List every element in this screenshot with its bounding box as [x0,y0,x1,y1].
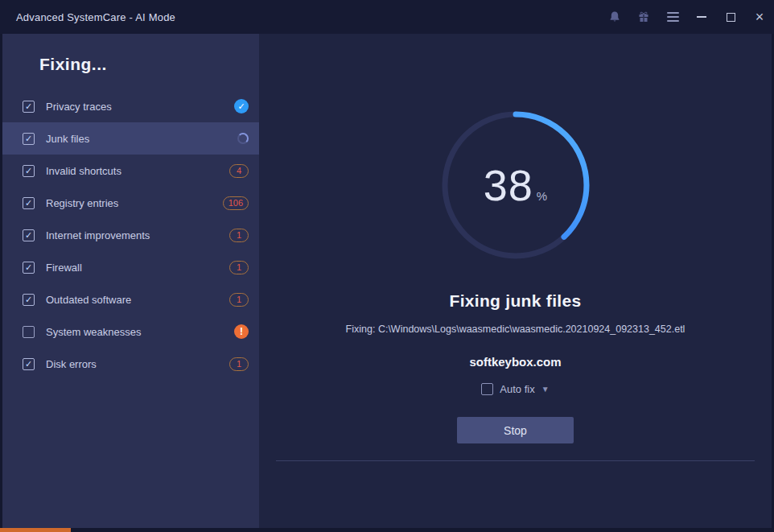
task-checkbox[interactable]: ✓ [23,262,35,274]
auto-fix-toggle[interactable]: Auto fix ▼ [481,383,549,395]
minimize-glyph [697,16,706,18]
sidebar-item-label: Registry entries [46,197,118,209]
notification-bell-icon[interactable] [600,0,629,34]
site-label: softkeybox.com [469,355,561,369]
warning-icon: ! [234,324,249,339]
main-panel: 38 % Fixing junk files Fixing: C:\Window… [259,34,772,528]
sidebar-task-list: ✓Privacy traces✓✓Junk files✓Invalid shor… [2,90,259,380]
maximize-icon[interactable] [716,0,745,34]
count-badge: 1 [229,357,249,371]
chevron-down-icon[interactable]: ▼ [541,385,550,394]
status-detail-path: Fixing: C:\Windows\Logs\waasmedic\waasme… [346,324,685,335]
auto-fix-label: Auto fix [500,383,534,395]
titlebar-controls: × [600,0,774,34]
sidebar-item-invalid-shortcuts[interactable]: ✓Invalid shortcuts4 [2,155,259,187]
sidebar-item-label: Junk files [46,133,89,145]
sidebar-item-label: Outdated software [46,294,131,306]
titlebar: Advanced SystemCare - AI Mode × [0,0,774,34]
sidebar-item-disk-errors[interactable]: ✓Disk errors1 [2,348,259,380]
sidebar-item-internet-improvements[interactable]: ✓Internet improvements1 [2,219,259,251]
progress-readout: 38 % [438,108,593,262]
count-badge: 1 [229,229,249,242]
window-title: Advanced SystemCare - AI Mode [16,11,175,23]
sidebar-item-junk-files[interactable]: ✓Junk files [2,122,259,155]
sidebar-item-label: Privacy traces [46,101,112,113]
sidebar-item-label: Firewall [46,262,82,274]
done-check-icon: ✓ [234,99,249,113]
count-badge: 106 [223,196,249,210]
menu-icon[interactable] [658,0,687,34]
count-badge: 1 [229,293,249,307]
percent-sign: % [537,189,547,203]
status-title: Fixing junk files [450,291,582,311]
maximize-glyph [727,13,735,22]
task-checkbox[interactable]: ✓ [23,358,35,370]
minimize-icon[interactable] [687,0,716,34]
task-checkbox[interactable]: ✓ [23,101,35,113]
task-checkbox[interactable] [23,326,35,338]
footer-strip [0,528,774,532]
close-glyph: × [755,10,764,24]
progress-percent-value: 38 [484,160,533,210]
count-badge: 1 [229,261,249,274]
content-area: Fixing... ✓Privacy traces✓✓Junk files✓In… [0,34,774,528]
divider [276,460,755,461]
footer-progress-bar [0,528,71,532]
task-checkbox[interactable]: ✓ [23,165,35,177]
sidebar-item-label: Invalid shortcuts [46,165,121,177]
sidebar-item-label: System weaknesses [46,326,142,338]
sidebar-item-system-weaknesses[interactable]: System weaknesses! [2,315,259,348]
sidebar-item-privacy-traces[interactable]: ✓Privacy traces✓ [2,90,259,122]
spinner-icon [237,133,249,144]
close-icon[interactable]: × [745,0,774,34]
sidebar-item-firewall[interactable]: ✓Firewall1 [2,251,259,283]
task-checkbox[interactable]: ✓ [23,197,35,209]
sidebar: Fixing... ✓Privacy traces✓✓Junk files✓In… [2,34,259,528]
hamburger-lines [667,12,679,22]
stop-button[interactable]: Stop [457,417,574,443]
sidebar-item-registry-entries[interactable]: ✓Registry entries106 [2,187,259,219]
gift-icon[interactable] [629,0,658,34]
task-checkbox[interactable]: ✓ [23,294,35,306]
app-window: Advanced SystemCare - AI Mode × Fixing..… [0,0,774,532]
sidebar-item-label: Internet improvements [46,229,150,241]
task-checkbox[interactable]: ✓ [23,133,35,145]
sidebar-item-label: Disk errors [46,358,97,370]
sidebar-item-outdated-software[interactable]: ✓Outdated software1 [2,283,259,315]
task-checkbox[interactable]: ✓ [23,229,35,241]
progress-ring: 38 % [438,108,593,262]
sidebar-heading: Fixing... [2,34,259,90]
auto-fix-checkbox[interactable] [481,383,493,395]
count-badge: 4 [229,164,249,178]
